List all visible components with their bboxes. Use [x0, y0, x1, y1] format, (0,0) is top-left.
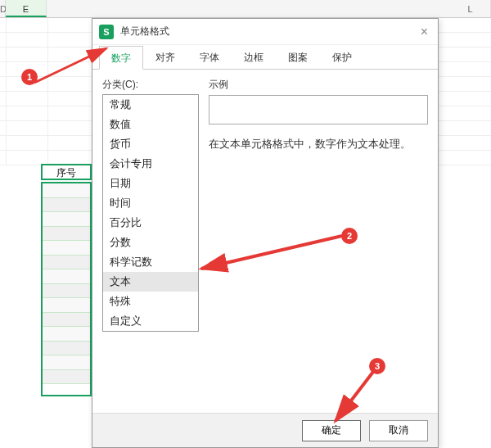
- col-header-e[interactable]: E: [6, 0, 47, 17]
- tab-bar: 数字 对齐 字体 边框 图案 保护: [92, 45, 438, 70]
- tab-protect[interactable]: 保护: [320, 45, 364, 69]
- dialog-title: 单元格格式: [120, 25, 169, 38]
- category-item-accounting[interactable]: 会计专用: [103, 154, 198, 174]
- tab-font[interactable]: 字体: [187, 45, 232, 69]
- category-item-special[interactable]: 特殊: [103, 292, 198, 311]
- category-item-custom[interactable]: 自定义: [103, 311, 198, 331]
- callout-2: 2: [341, 228, 358, 244]
- cancel-button[interactable]: 取消: [369, 420, 428, 441]
- right-pane: 示例 在文本单元格格式中，数字作为文本处理。: [209, 78, 428, 153]
- tab-border[interactable]: 边框: [232, 45, 276, 69]
- callout-1: 1: [21, 69, 38, 85]
- selected-header-cell[interactable]: 序号: [41, 164, 92, 180]
- category-item-text[interactable]: 文本: [103, 272, 198, 292]
- selected-range[interactable]: [41, 182, 92, 396]
- category-listbox[interactable]: 常规 数值 货币 会计专用 日期 时间 百分比 分数 科学记数 文本 特殊 自定…: [102, 94, 199, 332]
- ok-button[interactable]: 确定: [302, 420, 361, 441]
- tab-pattern[interactable]: 图案: [276, 45, 320, 69]
- category-item-percent[interactable]: 百分比: [103, 213, 198, 233]
- column-headers: D E L: [0, 0, 491, 18]
- category-item-date[interactable]: 日期: [103, 174, 198, 193]
- example-label: 示例: [209, 78, 428, 92]
- category-item-fraction[interactable]: 分数: [103, 233, 198, 252]
- dialog-body: 分类(C): 常规 数值 货币 会计专用 日期 时间 百分比 分数 科学记数 文…: [92, 70, 438, 414]
- category-item-general[interactable]: 常规: [103, 95, 198, 115]
- category-item-scientific[interactable]: 科学记数: [103, 252, 198, 272]
- app-icon: S: [99, 25, 114, 39]
- category-item-time[interactable]: 时间: [103, 193, 198, 213]
- dialog-footer: 确定 取消: [92, 413, 438, 447]
- example-box: [209, 95, 428, 124]
- dialog-titlebar[interactable]: S 单元格格式 ×: [92, 19, 438, 45]
- close-icon[interactable]: ×: [417, 25, 431, 39]
- col-header-l[interactable]: L: [450, 0, 491, 17]
- cell-format-dialog: S 单元格格式 × 数字 对齐 字体 边框 图案 保护 分类(C): 常规 数值…: [92, 18, 439, 448]
- format-description: 在文本单元格格式中，数字作为文本处理。: [209, 136, 428, 153]
- category-item-number[interactable]: 数值: [103, 115, 198, 134]
- category-item-currency[interactable]: 货币: [103, 134, 198, 154]
- callout-3: 3: [369, 358, 385, 374]
- tab-number[interactable]: 数字: [99, 46, 143, 70]
- col-header-d[interactable]: D: [0, 0, 6, 17]
- tab-align[interactable]: 对齐: [143, 45, 187, 69]
